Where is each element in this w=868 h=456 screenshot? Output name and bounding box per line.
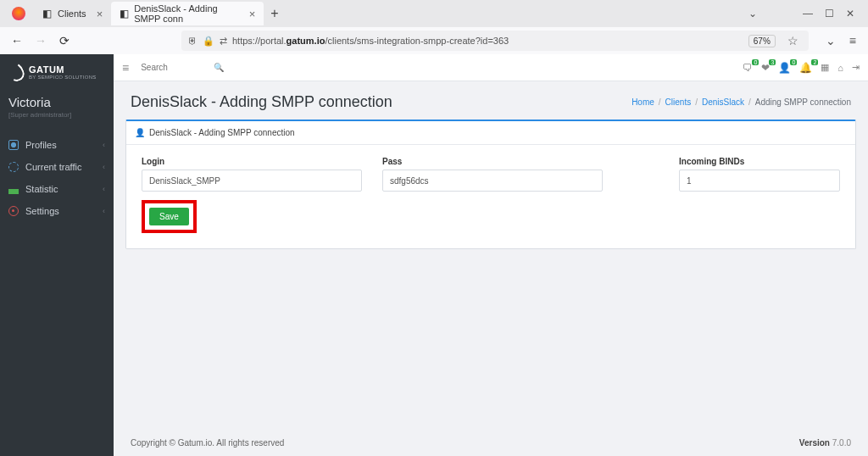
close-icon[interactable]: × [97,8,103,20]
sidebar-item-label: Current traffic [25,162,81,172]
sidebar-item-label: Settings [25,206,59,216]
menu-toggle-icon[interactable]: ≡ [122,61,129,75]
tab-clients[interactable]: ◧ Clients × [32,2,111,25]
save-highlight: Save [142,200,197,233]
logo-subtitle: BY SEMPICO SOLUTIONS [29,75,97,80]
address-bar: ← → ⟳ ⛨ 🔒 ⇄ https://portal.gatum.io/clie… [0,27,868,54]
save-button[interactable]: Save [149,208,189,225]
notification-icon-c[interactable]: 👤0 [778,62,791,74]
person-icon: 👤 [135,128,145,137]
panel: 👤 DenisSlack - Adding SMPP connection Lo… [125,120,856,249]
grid-icon[interactable]: ▦ [821,62,829,73]
user-role: [Super administrator] [8,111,105,119]
panel-head: 👤 DenisSlack - Adding SMPP connection [126,121,855,145]
url-field[interactable]: ⛨ 🔒 ⇄ https://portal.gatum.io/clients/sm… [181,31,809,51]
sidebar-item-settings[interactable]: Settings ‹ [0,200,114,222]
topbar: ≡ 🔍 🗨0 ❤3 👤0 🔔2 ▦ ⌂ ⇥ [114,54,868,81]
permissions-icon: ⇄ [220,36,227,47]
chevron-left-icon: ‹ [103,141,105,149]
sidebar-item-label: Statistic [25,184,58,194]
search-icon[interactable]: 🔍 [214,63,224,72]
traffic-icon [8,162,19,172]
breadcrumb: Home / Clients / DenisSlack / Adding SMP… [632,97,851,107]
sidebar-item-statistic[interactable]: Statistic ‹ [0,178,114,200]
home-icon[interactable]: ⌂ [837,63,843,73]
back-button[interactable]: ← [8,32,25,49]
url-text: https://portal.gatum.io/clients/sms-inte… [232,36,509,46]
logo-title: GATUM [29,64,97,75]
new-tab-button[interactable]: + [264,6,285,21]
crumb-dennis[interactable]: DenisSlack [702,97,744,107]
crumb-current: Adding SMPP connection [755,97,851,107]
shield-icon: ⛨ [188,36,198,46]
sidebar-item-label: Profiles [25,140,57,150]
login-input[interactable] [142,170,362,192]
copyright: Copyright © Gatum.io. All rights reserve… [131,438,284,448]
page-title: DenisSlack - Adding SMPP connection [131,93,392,111]
firefox-icon [12,7,25,20]
forward-button: → [32,32,49,49]
nav: Profiles ‹ Current traffic ‹ Statistic ‹… [0,134,114,222]
tab-smpp[interactable]: ◧ DenisSlack - Adding SMPP conn × [111,2,264,25]
menu-icon[interactable]: ≡ [849,34,856,47]
chevron-down-icon[interactable]: ⌄ [748,8,757,19]
reload-button[interactable]: ⟳ [56,32,73,49]
tab-icon: ◧ [120,8,129,19]
logout-icon[interactable]: ⇥ [852,62,860,73]
sidebar: GATUM BY SEMPICO SOLUTIONS Victoria [Sup… [0,54,114,456]
pocket-icon[interactable]: ⌄ [826,34,836,47]
close-icon[interactable]: × [249,8,256,20]
browser-tab-bar: ◧ Clients × ◧ DenisSlack - Adding SMPP c… [0,0,868,27]
panel-body: Login Pass Incoming BINDs Sa [126,145,855,248]
footer: Copyright © Gatum.io. All rights reserve… [114,430,868,456]
tab-label: DenisSlack - Adding SMPP conn [134,3,238,24]
bookmark-icon[interactable]: ☆ [787,34,798,47]
tab-icon: ◧ [41,8,53,19]
logo: GATUM BY SEMPICO SOLUTIONS [0,54,114,86]
binds-label: Incoming BINDs [679,157,840,166]
notification-icon-b[interactable]: ❤3 [761,62,770,74]
main: ≡ 🔍 🗨0 ❤3 👤0 🔔2 ▦ ⌂ ⇥ DenisSlack - Addi [114,54,868,456]
crumb-sep: / [748,97,751,107]
binds-input[interactable] [679,170,840,192]
chevron-left-icon: ‹ [103,207,105,215]
settings-icon [8,206,19,216]
page-header: DenisSlack - Adding SMPP connection Home… [114,81,868,120]
zoom-badge[interactable]: 67% [748,35,776,47]
close-window-button[interactable]: ✕ [846,8,854,19]
logo-mark-icon [6,61,26,84]
user-name: Victoria [8,95,105,109]
panel-title: DenisSlack - Adding SMPP connection [149,128,295,137]
crumb-home[interactable]: Home [632,97,654,107]
chevron-left-icon: ‹ [103,185,105,193]
search-input[interactable] [141,63,209,72]
profiles-icon [8,140,19,150]
login-label: Login [142,157,362,166]
statistic-icon [8,184,19,194]
user-box: Victoria [Super administrator] [0,86,114,122]
minimize-button[interactable]: — [803,8,813,19]
search-box: 🔍 [136,60,229,75]
version: Version 7.0.0 [799,438,851,448]
maximize-button[interactable]: ☐ [825,8,834,19]
pass-label: Pass [382,157,603,166]
crumb-clients[interactable]: Clients [665,97,692,107]
lock-icon: 🔒 [203,36,214,47]
notification-icon-a[interactable]: 🗨0 [743,62,753,74]
crumb-sep: / [695,97,698,107]
tab-label: Clients [58,8,86,19]
sidebar-item-traffic[interactable]: Current traffic ‹ [0,156,114,178]
pass-input[interactable] [382,170,603,192]
chevron-left-icon: ‹ [103,163,105,171]
notification-icon-d[interactable]: 🔔2 [799,62,812,74]
crumb-sep: / [659,97,661,107]
sidebar-item-profiles[interactable]: Profiles ‹ [0,134,114,156]
